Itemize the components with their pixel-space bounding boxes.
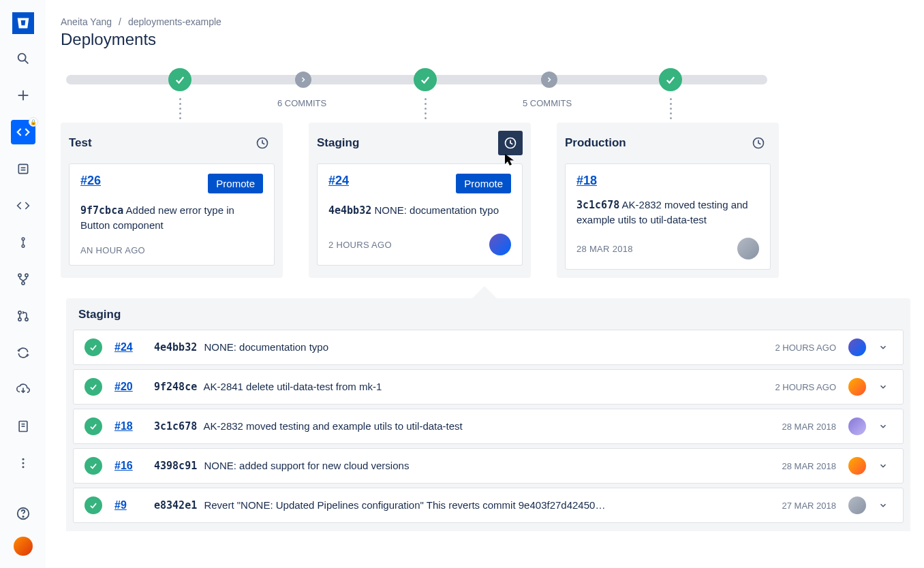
svg-point-14 — [18, 311, 20, 314]
panel-pointer — [472, 286, 497, 298]
deploy-time: 28 MAR 2018 — [782, 461, 837, 471]
build-number-link[interactable]: #20 — [114, 381, 142, 393]
status-success-icon — [84, 338, 102, 356]
breadcrumb-repo[interactable]: deployments-example — [128, 16, 221, 27]
downloads-icon[interactable] — [11, 377, 35, 402]
history-button[interactable] — [746, 131, 771, 155]
pipelines-icon[interactable] — [11, 341, 35, 365]
build-number-link[interactable]: #24 — [328, 174, 349, 188]
status-success-icon — [84, 378, 102, 396]
build-number-link[interactable]: #18 — [576, 174, 597, 188]
history-row[interactable]: #16 4398c91 NONE: added support for new … — [73, 448, 904, 484]
search-icon[interactable] — [11, 46, 35, 71]
commit-message: 3c1c678 AK-2832 moved testing and exampl… — [154, 420, 770, 432]
author-avatar[interactable] — [848, 417, 866, 435]
author-avatar[interactable] — [848, 338, 866, 356]
commit-message: 4e4bb32 NONE: documentation typo — [328, 203, 511, 218]
pipeline-node-test[interactable] — [168, 68, 191, 91]
svg-point-20 — [22, 458, 24, 460]
commit-hash: 9f248ce — [154, 381, 197, 393]
expand-chevron-icon[interactable] — [878, 343, 892, 352]
more-icon[interactable] — [11, 451, 35, 475]
commit-message: 3c1c678 AK-2832 moved testing and exampl… — [576, 198, 759, 227]
environment-card: Test #26 Promote 9f7cbca Added new error… — [61, 123, 283, 278]
bitbucket-logo-icon[interactable] — [12, 12, 34, 34]
expand-chevron-icon[interactable] — [878, 461, 892, 471]
history-row[interactable]: #20 9f248ce AK-2841 delete util-data-tes… — [73, 369, 904, 405]
author-avatar[interactable] — [848, 457, 866, 475]
commit-hash: 4e4bb32 — [328, 204, 371, 217]
history-row[interactable]: #18 3c1c678 AK-2832 moved testing and ex… — [73, 409, 904, 444]
commits-icon[interactable] — [11, 193, 35, 218]
commit-hash: e8342e1 — [154, 499, 197, 511]
deploy-time: 28 MAR 2018 — [782, 422, 837, 432]
overview-icon[interactable] — [11, 157, 35, 181]
svg-point-12 — [21, 282, 24, 285]
wiki-icon[interactable] — [11, 414, 35, 439]
commit-hash: 3c1c678 — [154, 420, 197, 432]
breadcrumb: Aneita Yang / deployments-example — [61, 16, 916, 27]
build-number-link[interactable]: #16 — [114, 460, 142, 472]
commit-message: 9f248ce AK-2841 delete util-data-test fr… — [154, 381, 763, 393]
pipeline-node-staging[interactable] — [414, 68, 437, 91]
svg-point-21 — [22, 462, 24, 464]
svg-point-0 — [18, 54, 25, 61]
status-success-icon — [84, 457, 102, 475]
expand-chevron-icon[interactable] — [878, 501, 892, 510]
history-row[interactable]: #24 4e4bb32 NONE: documentation typo 2 H… — [73, 330, 904, 365]
status-success-icon — [84, 496, 102, 514]
pull-requests-icon[interactable] — [11, 304, 35, 328]
svg-rect-4 — [18, 164, 27, 173]
deploy-time: AN HOUR AGO — [80, 245, 145, 255]
commit-hash: 3c1c678 — [576, 199, 619, 211]
deploy-time: 2 HOURS AGO — [775, 343, 836, 353]
promote-button[interactable]: Promote — [208, 174, 263, 193]
environment-card: Production #18 3c1c678 AK-2832 moved tes… — [557, 123, 779, 278]
lock-badge-icon: 🔒 — [29, 117, 38, 127]
build-number-link[interactable]: #9 — [114, 499, 142, 511]
commits-count-label: 5 COMMITS — [523, 98, 572, 108]
help-icon[interactable] — [11, 501, 35, 526]
commit-hash: 4398c91 — [154, 460, 197, 472]
history-row[interactable]: #9 e8342e1 Revert "NONE: Updated Pipelin… — [73, 488, 904, 523]
page-title: Deployments — [61, 30, 916, 49]
author-avatar[interactable] — [737, 238, 759, 259]
fork-icon[interactable] — [11, 267, 35, 291]
history-title: Staging — [78, 308, 904, 321]
history-button[interactable] — [498, 131, 523, 155]
commit-hash: 4e4bb32 — [154, 341, 197, 353]
pipeline-arrow-icon — [295, 72, 311, 88]
expand-chevron-icon[interactable] — [878, 382, 892, 392]
main-content: Aneita Yang / deployments-example Deploy… — [46, 0, 924, 568]
environment-name: Test — [69, 136, 92, 150]
create-icon[interactable] — [11, 83, 35, 108]
build-number-link[interactable]: #26 — [80, 174, 101, 188]
author-avatar[interactable] — [489, 234, 511, 255]
commit-hash: 9f7cbca — [80, 204, 123, 217]
commit-message: 4e4bb32 NONE: documentation typo — [154, 341, 763, 353]
environment-name: Production — [565, 136, 626, 150]
build-number-link[interactable]: #24 — [114, 341, 142, 353]
deploy-time: 2 HOURS AGO — [328, 240, 392, 250]
svg-point-13 — [18, 318, 20, 321]
environment-name: Staging — [317, 136, 359, 150]
environment-cards: Test #26 Promote 9f7cbca Added new error… — [61, 123, 916, 278]
history-button[interactable] — [250, 131, 275, 155]
promote-button[interactable]: Promote — [456, 174, 511, 193]
source-icon[interactable]: 🔒 — [11, 120, 35, 144]
breadcrumb-owner[interactable]: Aneita Yang — [61, 16, 112, 27]
commit-message: e8342e1 Revert "NONE: Updated Pipelines … — [154, 499, 770, 511]
build-number-link[interactable]: #18 — [114, 420, 142, 432]
deploy-time: 28 MAR 2018 — [576, 244, 633, 254]
branches-icon[interactable] — [11, 230, 35, 255]
environment-card: Staging #24 Promote 4e4bb32 NONE: docume… — [309, 123, 531, 278]
deploy-time: 2 HOURS AGO — [775, 382, 836, 392]
commit-message: 4398c91 NONE: added support for new clou… — [154, 460, 770, 472]
pipeline-node-production[interactable] — [659, 68, 682, 91]
expand-chevron-icon[interactable] — [878, 422, 892, 431]
svg-point-7 — [22, 238, 25, 240]
user-avatar[interactable] — [14, 537, 33, 556]
author-avatar[interactable] — [848, 378, 866, 396]
global-nav-rail: 🔒 — [0, 0, 46, 568]
author-avatar[interactable] — [848, 496, 866, 514]
